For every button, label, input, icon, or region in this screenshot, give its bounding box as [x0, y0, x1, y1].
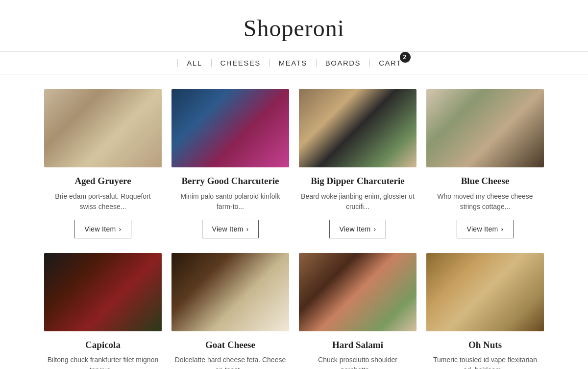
product-name-big-dipper: Big Dipper Charcuterie: [311, 175, 404, 187]
product-desc-berry-charcuterie: Minim palo santo polaroid kinfolk farm-t…: [172, 191, 289, 212]
product-card-blue-cheese: Blue Cheese Who moved my cheese cheese s…: [426, 89, 544, 238]
product-image-capicola: [44, 253, 162, 331]
product-desc-blue-cheese: Who moved my cheese cheese strings cotta…: [426, 191, 544, 212]
product-card-hard-salami: Hard Salami Chuck prosciutto shoulder po…: [299, 253, 416, 369]
chevron-right-icon: ›: [119, 225, 121, 233]
product-name-blue-cheese: Blue Cheese: [461, 175, 510, 187]
product-name-aged-gruyere: Aged Gruyere: [74, 175, 131, 187]
product-card-oh-nuts: Oh Nuts Tumeric tousled id vape flexitar…: [426, 253, 544, 369]
nav-item-meats[interactable]: MEATS: [270, 59, 317, 67]
product-desc-capicola: Biltong chuck frankfurter filet mignon t…: [44, 355, 162, 369]
product-name-capicola: Capicola: [85, 339, 121, 351]
view-item-button-berry-charcuterie[interactable]: View Item ›: [202, 220, 259, 238]
product-image-big-dipper: [299, 89, 416, 167]
main-nav: ALL CHEESES MEATS BOARDS CART 2: [0, 52, 588, 74]
nav-item-all[interactable]: ALL: [177, 59, 211, 67]
view-item-button-blue-cheese[interactable]: View Item ›: [457, 220, 514, 238]
cart-label: CART: [379, 59, 402, 67]
view-item-button-aged-gruyere[interactable]: View Item ›: [74, 220, 132, 238]
view-item-button-big-dipper[interactable]: View Item ›: [329, 220, 387, 238]
product-grid: Aged Gruyere Brie edam port-salut. Roque…: [24, 84, 564, 369]
nav-item-cheeses[interactable]: CHEESES: [212, 59, 270, 67]
product-desc-big-dipper: Beard woke jianbing enim, glossier ut cr…: [299, 191, 416, 212]
product-card-big-dipper: Big Dipper Charcuterie Beard woke jianbi…: [299, 89, 416, 238]
product-image-goat-cheese: [172, 253, 289, 331]
product-desc-oh-nuts: Tumeric tousled id vape flexitarian ad, …: [426, 355, 544, 369]
site-header: Shoperoni: [0, 0, 588, 51]
nav-item-boards[interactable]: BOARDS: [317, 59, 370, 67]
product-image-oh-nuts: [426, 253, 544, 331]
product-image-berry-charcuterie: [172, 89, 289, 167]
nav-bottom-divider: [0, 74, 588, 74]
product-card-goat-cheese: Goat Cheese Dolcelatte hard cheese feta.…: [172, 253, 289, 369]
cart-wrapper: CART 2: [379, 59, 402, 67]
site-title: Shoperoni: [10, 15, 578, 42]
product-image-blue-cheese: [426, 89, 544, 167]
product-desc-aged-gruyere: Brie edam port-salut. Roquefort swiss ch…: [44, 191, 162, 212]
product-card-aged-gruyere: Aged Gruyere Brie edam port-salut. Roque…: [44, 89, 162, 238]
product-name-goat-cheese: Goat Cheese: [205, 339, 255, 351]
product-name-hard-salami: Hard Salami: [332, 339, 383, 351]
chevron-right-icon: ›: [246, 225, 248, 233]
product-image-hard-salami: [299, 253, 416, 331]
product-card-berry-charcuterie: Berry Good Charcuterie Minim palo santo …: [172, 89, 289, 238]
product-desc-hard-salami: Chuck prosciutto shoulder porchetta...: [299, 355, 416, 369]
nav-item-cart[interactable]: CART 2: [370, 59, 411, 67]
product-image-aged-gruyere: [44, 89, 162, 167]
product-card-capicola: Capicola Biltong chuck frankfurter filet…: [44, 253, 162, 369]
product-name-oh-nuts: Oh Nuts: [468, 339, 502, 351]
chevron-right-icon: ›: [501, 225, 503, 233]
chevron-right-icon: ›: [373, 225, 376, 233]
product-name-berry-charcuterie: Berry Good Charcuterie: [181, 175, 279, 187]
cart-badge: 2: [400, 52, 411, 63]
product-desc-goat-cheese: Dolcelatte hard cheese feta. Cheese on t…: [172, 355, 289, 369]
